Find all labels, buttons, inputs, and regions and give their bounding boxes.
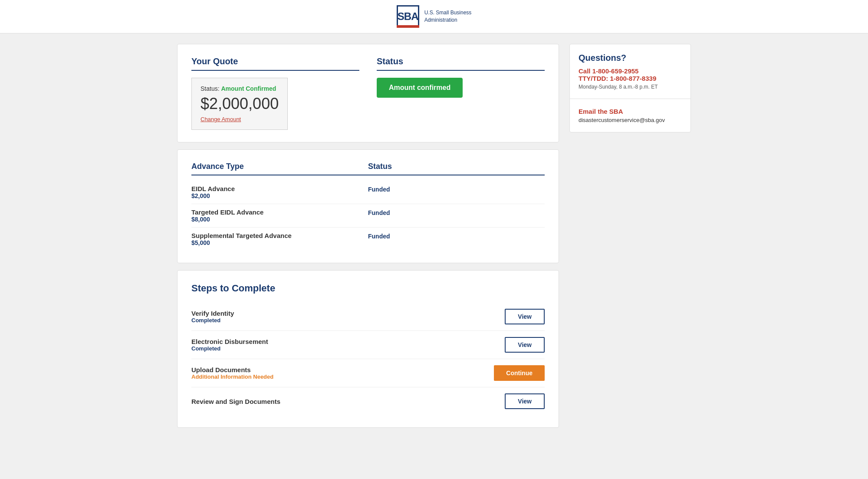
view-button-review-sign[interactable]: View: [505, 393, 545, 409]
advance-amount: $8,000: [191, 216, 368, 223]
amount-confirmed-button[interactable]: Amount confirmed: [377, 78, 463, 98]
quote-title: Your Quote: [191, 56, 359, 71]
step-info: Review and Sign Documents: [191, 398, 505, 405]
step-info: Electronic Disbursement Completed: [191, 338, 505, 352]
advance-status: Funded: [368, 186, 390, 193]
change-amount-link[interactable]: Change Amount: [201, 116, 241, 122]
phone2-link[interactable]: TTY/TDD: 1-800-877-8339: [579, 75, 682, 82]
questions-title: Questions?: [579, 53, 682, 63]
agency-name: U.S. Small Business Administration: [424, 9, 472, 24]
advance-name-col: EIDL Advance $2,000: [191, 185, 368, 199]
email-sba-link[interactable]: Email the SBA: [579, 108, 682, 115]
advance-row: EIDL Advance $2,000 Funded: [191, 181, 545, 204]
step-status: Completed: [191, 345, 505, 352]
advance-name-col: Supplemental Targeted Advance $5,000: [191, 232, 368, 246]
advance-name-col: Targeted EIDL Advance $8,000: [191, 208, 368, 223]
status-title: Status: [377, 56, 545, 71]
sidebar-card: Questions? Call 1-800-659-2955 TTY/TDD: …: [569, 44, 691, 132]
step-name: Upload Documents: [191, 366, 494, 373]
advance-name: Targeted EIDL Advance: [191, 208, 368, 216]
advance-status: Funded: [368, 233, 390, 240]
phone1-link[interactable]: Call 1-800-659-2955: [579, 67, 682, 75]
step-name: Electronic Disbursement: [191, 338, 505, 345]
sba-text: SBA: [398, 10, 418, 23]
sba-logo: SBA: [397, 5, 419, 28]
advance-status-col: Funded: [368, 185, 545, 193]
step-row-electronic-disbursement: Electronic Disbursement Completed View: [191, 331, 545, 359]
main-layout: Your Quote Status: Amount Confirmed $2,0…: [130, 33, 738, 438]
step-name: Review and Sign Documents: [191, 398, 505, 405]
advance-col2-header: Status: [368, 162, 545, 175]
step-name: Verify Identity: [191, 310, 505, 317]
step-row-review-sign: Review and Sign Documents View: [191, 387, 545, 415]
quote-status-row: Your Quote Status: Amount Confirmed $2,0…: [191, 56, 545, 130]
advance-status-col: Funded: [368, 232, 545, 240]
advance-row: Supplemental Targeted Advance $5,000 Fun…: [191, 228, 545, 251]
advance-status: Funded: [368, 209, 390, 216]
advance-col1-header: Advance Type: [191, 162, 368, 175]
advance-name: EIDL Advance: [191, 185, 368, 192]
questions-section: Questions? Call 1-800-659-2955 TTY/TDD: …: [570, 44, 690, 99]
steps-title: Steps to Complete: [191, 283, 545, 294]
continue-button-upload-documents[interactable]: Continue: [494, 365, 545, 381]
steps-card: Steps to Complete Verify Identity Comple…: [177, 270, 559, 428]
email-section: Email the SBA disastercustomerservice@sb…: [570, 99, 690, 132]
advance-type-card: Advance Type Status EIDL Advance $2,000 …: [177, 149, 559, 263]
advance-amount: $5,000: [191, 239, 368, 246]
step-status: Completed: [191, 317, 505, 324]
advance-row: Targeted EIDL Advance $8,000 Funded: [191, 204, 545, 228]
quote-status-value: Amount Confirmed: [221, 85, 276, 92]
header-inner: SBA U.S. Small Business Administration: [397, 5, 472, 28]
view-button-electronic-disbursement[interactable]: View: [505, 337, 545, 353]
advance-amount: $2,000: [191, 192, 368, 199]
quote-status-label: Status: Amount Confirmed: [201, 85, 279, 92]
sba-logo-box: SBA: [397, 5, 419, 28]
step-row-verify-identity: Verify Identity Completed View: [191, 303, 545, 331]
advance-table: EIDL Advance $2,000 Funded Targeted EIDL…: [191, 181, 545, 251]
step-info: Upload Documents Additional Information …: [191, 366, 494, 380]
quote-box: Status: Amount Confirmed $2,000,000 Chan…: [191, 78, 288, 130]
page-wrapper: SBA U.S. Small Business Administration Y…: [0, 0, 868, 479]
step-status: Additional Information Needed: [191, 373, 494, 380]
advance-name: Supplemental Targeted Advance: [191, 232, 368, 239]
header: SBA U.S. Small Business Administration: [0, 0, 868, 33]
quote-status-card: Your Quote Status: Amount Confirmed $2,0…: [177, 44, 559, 142]
step-info: Verify Identity Completed: [191, 310, 505, 324]
status-section: Status Amount confirmed: [377, 56, 545, 130]
quote-section: Your Quote Status: Amount Confirmed $2,0…: [191, 56, 359, 130]
quote-amount: $2,000,000: [201, 95, 279, 113]
step-row-upload-documents: Upload Documents Additional Information …: [191, 359, 545, 387]
hours-text: Monday-Sunday, 8 a.m.-8 p.m. ET: [579, 84, 682, 90]
advance-header-row: Advance Type Status: [191, 162, 545, 175]
content-area: Your Quote Status: Amount Confirmed $2,0…: [177, 44, 559, 428]
sidebar: Questions? Call 1-800-659-2955 TTY/TDD: …: [569, 44, 691, 428]
advance-status-col: Funded: [368, 208, 545, 216]
view-button-verify-identity[interactable]: View: [505, 309, 545, 324]
email-address: disastercustomerservice@sba.gov: [579, 117, 682, 123]
